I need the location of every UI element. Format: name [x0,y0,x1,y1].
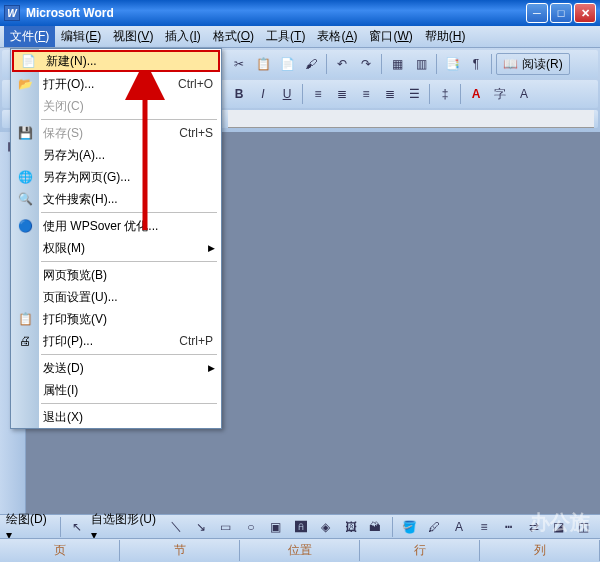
arrow-icon[interactable]: ↘ [191,516,212,538]
textbox-icon[interactable]: ▣ [265,516,286,538]
menu-window[interactable]: 窗口(W) [363,26,418,47]
print-preview-icon: 📋 [17,311,33,327]
rectangle-icon[interactable]: ▭ [216,516,237,538]
show-marks-icon[interactable]: ¶ [465,53,487,75]
redo-icon[interactable]: ↷ [355,53,377,75]
close-button[interactable]: ✕ [574,3,596,23]
align-justify-icon[interactable]: ≣ [379,83,401,105]
menubar: 文件(F) 编辑(E) 视图(V) 插入(I) 格式(O) 工具(T) 表格(A… [0,26,600,48]
oval-icon[interactable]: ○ [240,516,261,538]
status-line: 行 [360,540,480,561]
word-app-icon: W [4,5,20,21]
char-border-icon[interactable]: A [513,83,535,105]
menu-help[interactable]: 帮助(H) [419,26,472,47]
menu-file[interactable]: 文件(F) [4,26,55,47]
line-color-icon[interactable]: 🖊 [424,516,445,538]
menu-item-save-as[interactable]: 另存为(A)... [11,144,221,166]
line-icon[interactable]: ＼ [166,516,187,538]
file-menu-dropdown: 📄 新建(N)... 📂 打开(O)... Ctrl+O 关闭(C) 💾 保存(… [10,48,222,429]
menu-item-web-preview[interactable]: 网页预览(B) [11,264,221,286]
window-title: Microsoft Word [26,6,524,20]
print-icon: 🖨 [17,333,33,349]
titlebar: W Microsoft Word ─ □ ✕ [0,0,600,26]
new-doc-icon: 📄 [20,53,36,69]
line-spacing-icon[interactable]: ‡ [434,83,456,105]
menu-edit[interactable]: 编辑(E) [55,26,107,47]
menu-item-open[interactable]: 📂 打开(O)... Ctrl+O [11,73,221,95]
menu-item-close[interactable]: 关闭(C) [11,95,221,117]
undo-icon[interactable]: ↶ [331,53,353,75]
menu-item-save-as-web[interactable]: 🌐 另存为网页(G)... [11,166,221,188]
bold-icon[interactable]: B [228,83,250,105]
wordart-icon[interactable]: 🅰 [290,516,311,538]
menu-item-send[interactable]: 发送(D) ▶ [11,357,221,379]
menu-view[interactable]: 视图(V) [107,26,159,47]
picture-icon[interactable]: 🏔 [365,516,386,538]
menu-item-new[interactable]: 📄 新建(N)... [12,50,220,72]
menu-item-permission[interactable]: 权限(M) ▶ [11,237,221,259]
cut-icon[interactable]: ✂ [228,53,250,75]
ruler-area[interactable] [228,110,594,128]
menu-format[interactable]: 格式(O) [207,26,260,47]
doc-map-icon[interactable]: 📑 [441,53,463,75]
align-left-icon[interactable]: ≡ [307,83,329,105]
diagram-icon[interactable]: ◈ [315,516,336,538]
font-color-icon[interactable]: A [465,83,487,105]
underline-icon[interactable]: U [276,83,298,105]
align-right-icon[interactable]: ≡ [355,83,377,105]
drawing-toolbar: 绘图(D) ▾ ↖ 自选图形(U) ▾ ＼ ↘ ▭ ○ ▣ 🅰 ◈ 🖼 🏔 🪣 … [0,514,600,538]
minimize-button[interactable]: ─ [526,3,548,23]
menu-item-page-setup[interactable]: 页面设置(U)... [11,286,221,308]
line-style-icon[interactable]: ≡ [474,516,495,538]
copy-icon[interactable]: 📋 [252,53,274,75]
menu-item-file-search[interactable]: 🔍 文件搜索(H)... [11,188,221,210]
menu-insert[interactable]: 插入(I) [159,26,206,47]
format-painter-icon[interactable]: 🖌 [300,53,322,75]
select-icon[interactable]: ↖ [66,516,87,538]
menu-table[interactable]: 表格(A) [311,26,363,47]
status-column: 列 [480,540,600,561]
reading-view-button[interactable]: 📖 阅读(R) [496,53,570,75]
font-color-draw-icon[interactable]: A [449,516,470,538]
status-page: 页 [0,540,120,561]
paste-icon[interactable]: 📄 [276,53,298,75]
statusbar: 页 节 位置 行 列 [0,538,600,562]
dash-style-icon[interactable]: ┅ [498,516,519,538]
menu-item-wps-optimize[interactable]: 🔵 使用 WPSover 优化... [11,215,221,237]
submenu-arrow-icon: ▶ [208,363,215,373]
maximize-button[interactable]: □ [550,3,572,23]
wps-icon: 🔵 [17,218,33,234]
menu-item-save[interactable]: 💾 保存(S) Ctrl+S [11,122,221,144]
fill-color-icon[interactable]: 🪣 [399,516,420,538]
italic-icon[interactable]: I [252,83,274,105]
menu-item-properties[interactable]: 属性(I) [11,379,221,401]
menu-item-exit[interactable]: 退出(X) [11,406,221,428]
corner-watermark: 办公族 [530,509,590,536]
table-icon[interactable]: ▦ [386,53,408,75]
menu-item-print[interactable]: 🖨 打印(P)... Ctrl+P [11,330,221,352]
open-icon: 📂 [17,76,33,92]
status-section: 节 [120,540,240,561]
distribute-icon[interactable]: ☰ [403,83,425,105]
clipart-icon[interactable]: 🖼 [340,516,361,538]
align-center-icon[interactable]: ≣ [331,83,353,105]
menu-tools[interactable]: 工具(T) [260,26,311,47]
char-width-icon[interactable]: 字 [489,83,511,105]
status-position: 位置 [240,540,360,561]
web-icon: 🌐 [17,169,33,185]
submenu-arrow-icon: ▶ [208,243,215,253]
columns-icon[interactable]: ▥ [410,53,432,75]
search-icon: 🔍 [17,191,33,207]
save-icon: 💾 [17,125,33,141]
menu-item-print-preview[interactable]: 📋 打印预览(V) [11,308,221,330]
